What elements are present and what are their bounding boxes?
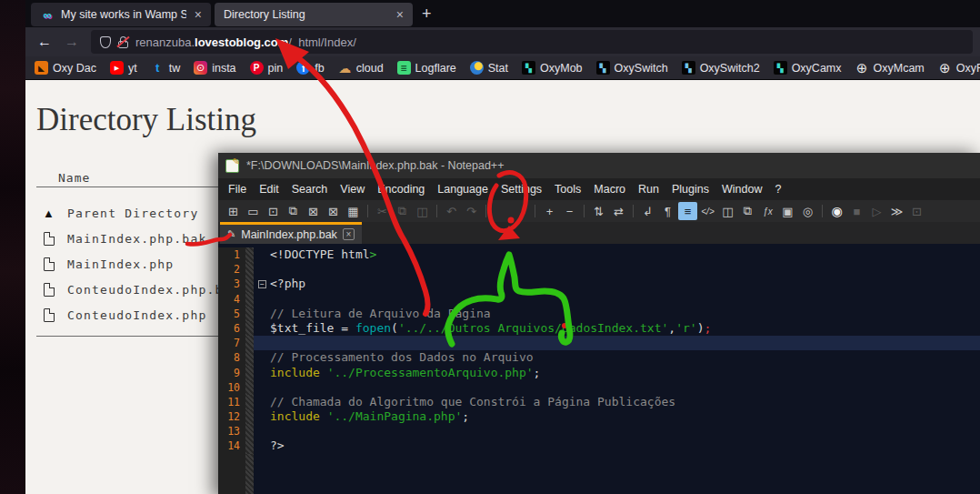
- code-line[interactable]: 2: [218, 262, 980, 277]
- browser-tab-directory-listing[interactable]: Directory Listing ×: [215, 3, 413, 26]
- copy-icon[interactable]: ⧉: [393, 202, 412, 220]
- sync-vertical-scroll-icon[interactable]: ⇅: [589, 202, 608, 220]
- menu-item[interactable]: Tools: [548, 183, 587, 196]
- find-icon[interactable]: [491, 202, 510, 220]
- code-line[interactable]: 10: [218, 380, 980, 395]
- menu-item[interactable]: Run: [632, 183, 665, 196]
- close-tab-icon[interactable]: ×: [395, 7, 405, 22]
- cut-icon[interactable]: ✂: [373, 202, 392, 220]
- menu-item[interactable]: ?: [768, 183, 787, 196]
- function-list-icon[interactable]: ƒx: [758, 202, 777, 220]
- print-icon[interactable]: ▦: [344, 202, 363, 220]
- save-all-icon[interactable]: ⧉: [284, 202, 303, 220]
- separator[interactable]: [818, 202, 826, 220]
- new-file-icon[interactable]: ⊞: [224, 202, 243, 220]
- save-recorded-macro-icon[interactable]: ⊡: [907, 202, 926, 220]
- monitor-icon[interactable]: ▣: [778, 202, 797, 220]
- url-bar[interactable]: renanzuba.lovestoblog.com/_html/Index/: [91, 30, 973, 54]
- open-file-icon[interactable]: ▭: [244, 202, 263, 220]
- zoom-out-icon[interactable]: −: [560, 202, 579, 220]
- browser-tab-wamp[interactable]: ∞ My site works in Wamp Server ×: [31, 3, 211, 26]
- name-column-header[interactable]: Name: [58, 171, 90, 185]
- code-line[interactable]: 3−<?php: [218, 277, 980, 291]
- file-link[interactable]: MainIndex.php.bak: [67, 232, 206, 246]
- code-line[interactable]: 1<!DOCTYPE html>: [218, 247, 980, 262]
- directory-row[interactable]: MainIndex.php.bak: [42, 226, 240, 251]
- separator[interactable]: [482, 202, 490, 220]
- bookmark-item[interactable]: ☁ cloud: [338, 61, 384, 75]
- separator[interactable]: [364, 202, 372, 220]
- code-editor[interactable]: 1<!DOCTYPE html>23−<?php45// Leitura de …: [218, 244, 980, 494]
- menu-item[interactable]: Edit: [253, 183, 285, 196]
- bookmark-item[interactable]: ⊕ OxyRouter: [938, 61, 980, 75]
- bookmark-item[interactable]: ▚ OxyMob: [522, 61, 583, 75]
- run-macro-multiple-icon[interactable]: ≫: [887, 202, 906, 220]
- directory-row[interactable]: ▲ Parent Directory: [42, 200, 240, 226]
- bookmark-item[interactable]: Stat: [470, 61, 508, 75]
- tracking-protection-shield-icon[interactable]: [100, 36, 111, 48]
- zoom-in-icon[interactable]: +: [540, 202, 559, 220]
- record-macro-icon[interactable]: ◉: [827, 202, 846, 220]
- save-icon[interactable]: ⊡: [264, 202, 283, 220]
- file-link[interactable]: Parent Directory: [67, 207, 198, 220]
- code-line[interactable]: 12include '../MainPagina.php';: [218, 409, 980, 424]
- directory-row[interactable]: ConteudoIndex.php: [42, 302, 240, 328]
- insecure-lock-icon[interactable]: [118, 41, 128, 48]
- back-button[interactable]: ←: [33, 30, 56, 54]
- menu-item[interactable]: Settings: [495, 183, 548, 196]
- sync-horizontal-scroll-icon[interactable]: ⇄: [609, 202, 628, 220]
- view-in-browser-icon[interactable]: </>: [698, 202, 717, 220]
- separator[interactable]: [433, 202, 441, 220]
- code-line[interactable]: 11// Chamada do Algoritmo que Constrói a…: [218, 395, 980, 409]
- code-line[interactable]: 7: [218, 336, 980, 350]
- separator[interactable]: [531, 202, 539, 220]
- directory-row[interactable]: ConteudoIndex.php.bak: [42, 277, 240, 302]
- separator[interactable]: [580, 202, 588, 220]
- code-line[interactable]: 14?>: [218, 439, 980, 453]
- close-all-icon[interactable]: ⊠: [324, 202, 343, 220]
- separator[interactable]: [629, 202, 637, 220]
- code-line[interactable]: 9include '../ProcessamentoArquivo.php';: [218, 366, 980, 380]
- indent-guide-icon[interactable]: ≡: [678, 202, 697, 220]
- bookmark-item[interactable]: ▚ OxyCamx: [774, 61, 842, 75]
- stop-recording-icon[interactable]: ■: [847, 202, 866, 220]
- bookmark-item[interactable]: ▚ OxySwitch2: [682, 61, 760, 75]
- menu-item[interactable]: Encoding: [371, 183, 431, 196]
- bookmark-item[interactable]: ⊙ insta: [194, 61, 235, 75]
- npp-tab-mainindex[interactable]: ✎ MainIndex.php.bak ×: [220, 222, 362, 244]
- bookmark-item[interactable]: ◣ Oxy Dac: [35, 61, 96, 75]
- file-link[interactable]: MainIndex.php: [67, 257, 174, 271]
- word-wrap-icon[interactable]: ↲: [638, 202, 657, 220]
- playback-macro-icon[interactable]: ▷: [867, 202, 886, 220]
- bookmark-item[interactable]: t tw: [151, 61, 181, 75]
- menu-item[interactable]: View: [334, 183, 371, 196]
- show-all-characters-icon[interactable]: ¶: [658, 202, 677, 220]
- document-map-icon[interactable]: ◫: [718, 202, 737, 220]
- close-document-icon[interactable]: ×: [343, 228, 355, 240]
- replace-icon[interactable]: [511, 202, 530, 220]
- undo-icon[interactable]: ↶: [442, 202, 461, 220]
- new-tab-button[interactable]: +: [422, 5, 432, 24]
- menu-item[interactable]: Plugins: [665, 183, 715, 196]
- menu-item[interactable]: File: [222, 183, 253, 196]
- menu-item[interactable]: Macro: [587, 183, 632, 196]
- menu-item[interactable]: Language: [431, 183, 495, 196]
- fold-collapse-icon[interactable]: −: [258, 280, 266, 288]
- code-line[interactable]: 8// Processamento dos Dados no Arquivo: [218, 350, 980, 365]
- forward-button[interactable]: →: [60, 30, 84, 54]
- code-line[interactable]: 4: [218, 292, 980, 307]
- folder-as-workspace-icon[interactable]: ◎: [798, 202, 817, 220]
- code-line[interactable]: 6$txt_file = fopen('../../Outros Arquivo…: [218, 321, 980, 336]
- bookmark-item[interactable]: ⊕ OxyMcam: [855, 61, 925, 75]
- menu-item[interactable]: Search: [285, 183, 335, 196]
- directory-row[interactable]: MainIndex.php: [42, 251, 240, 277]
- menu-item[interactable]: Window: [715, 183, 768, 196]
- bookmark-item[interactable]: ▶ yt: [110, 61, 137, 75]
- npp-title-bar[interactable]: *F:\DOWNLOADS\MainIndex.php.bak - Notepa…: [218, 153, 980, 178]
- document-list-icon[interactable]: ⧉: [738, 202, 757, 220]
- bookmark-item[interactable]: ▚ OxySwitch: [596, 61, 668, 75]
- close-tab-icon[interactable]: ×: [193, 7, 204, 22]
- redo-icon[interactable]: ↷: [462, 202, 481, 220]
- file-link[interactable]: ConteudoIndex.php.bak: [67, 283, 240, 297]
- bookmark-item[interactable]: ≡ Logflare: [397, 61, 456, 75]
